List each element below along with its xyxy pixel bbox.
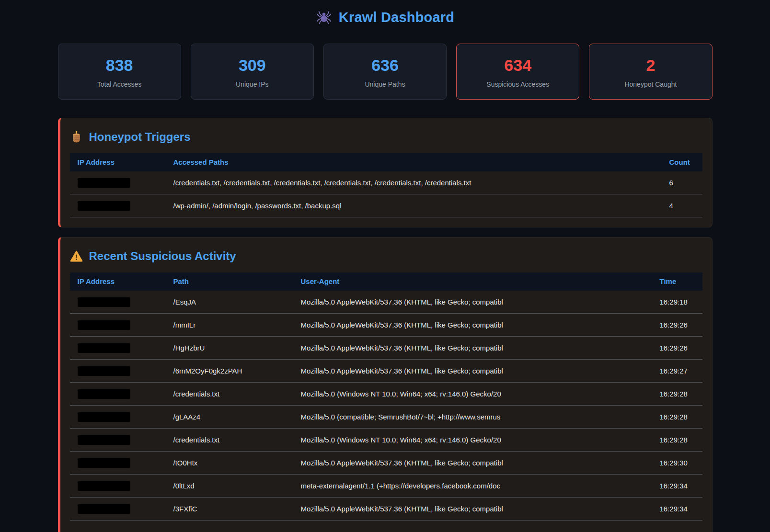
col-header-ip: IP Address xyxy=(70,272,166,291)
redacted-ip xyxy=(78,412,130,422)
redacted-ip xyxy=(78,320,130,330)
path-cell: /6mM2OyF0gk2zPAH xyxy=(166,360,293,383)
path-cell: /mmILr xyxy=(166,314,293,337)
ip-cell xyxy=(70,337,166,360)
honeypot-table-row: /credentials.txt, /credentials.txt, /cre… xyxy=(70,171,702,194)
time-cell: 16:29:28 xyxy=(652,383,702,406)
ip-cell xyxy=(70,314,166,337)
col-header-paths: Accessed Paths xyxy=(166,153,662,171)
stat-card: 838 Total Accesses xyxy=(58,44,181,100)
ip-cell xyxy=(70,291,166,314)
user-agent-cell: Mozilla/5.0 (Windows NT 10.0; Win64; x64… xyxy=(293,429,652,452)
col-header-ip: IP Address xyxy=(70,153,166,171)
stat-value: 636 xyxy=(329,54,441,76)
col-header-time: Time xyxy=(652,272,702,291)
redacted-ip xyxy=(78,201,130,211)
path-cell: /3FXfiC xyxy=(166,498,293,521)
count-cell: 6 xyxy=(662,171,702,194)
redacted-ip xyxy=(78,366,130,376)
time-cell: 16:29:28 xyxy=(652,406,702,429)
suspicious-panel-title: Recent Suspicious Activity xyxy=(70,249,702,263)
ip-cell xyxy=(70,475,166,498)
ip-cell xyxy=(70,406,166,429)
stat-label: Suspicious Accesses xyxy=(461,80,574,89)
stat-card: 634 Suspicious Accesses xyxy=(456,44,579,100)
page-title: Krawl Dashboard xyxy=(58,7,713,28)
honeypot-table: IP Address Accessed Paths Count /credent… xyxy=(70,153,702,217)
warning-icon xyxy=(70,250,83,263)
honeypot-panel: Honeypot Triggers IP Address Accessed Pa… xyxy=(58,118,713,227)
path-cell: /tO0Htx xyxy=(166,452,293,475)
suspicious-table-row: /0ltLxd meta-externalagent/1.1 (+https:/… xyxy=(70,475,702,498)
user-agent-cell: Mozilla/5.0 AppleWebKit/537.36 (KHTML, l… xyxy=(293,314,652,337)
stat-value: 309 xyxy=(196,54,309,76)
stat-value: 838 xyxy=(63,54,176,76)
stat-value: 634 xyxy=(461,54,574,76)
stat-card: 309 Unique IPs xyxy=(191,44,314,100)
time-cell: 16:29:26 xyxy=(652,314,702,337)
paths-cell: /wp-admin/, /admin/login, /passwords.txt… xyxy=(166,194,662,217)
suspicious-table-row: /3FXfiC Mozilla/5.0 AppleWebKit/537.36 (… xyxy=(70,498,702,521)
time-cell: 16:29:34 xyxy=(652,475,702,498)
stat-label: Unique Paths xyxy=(329,80,441,89)
time-cell: 16:29:18 xyxy=(652,291,702,314)
redacted-ip xyxy=(78,481,130,491)
ip-cell xyxy=(70,498,166,521)
time-cell: 16:29:30 xyxy=(652,452,702,475)
redacted-ip xyxy=(78,389,130,399)
col-header-user-agent: User-Agent xyxy=(293,272,652,291)
redacted-ip xyxy=(78,178,130,188)
redacted-ip xyxy=(78,297,130,307)
path-cell: /HgHzbrU xyxy=(166,337,293,360)
user-agent-cell: Mozilla/5.0 AppleWebKit/537.36 (KHTML, l… xyxy=(293,452,652,475)
ip-cell xyxy=(70,429,166,452)
stat-label: Unique IPs xyxy=(196,80,309,89)
suspicious-table-row: /credentials.txt Mozilla/5.0 (Windows NT… xyxy=(70,383,702,406)
stats-row: 838 Total Accesses 309 Unique IPs 636 Un… xyxy=(58,44,713,100)
time-cell: 16:29:28 xyxy=(652,429,702,452)
ip-cell xyxy=(70,171,166,194)
suspicious-table-row: /HgHzbrU Mozilla/5.0 AppleWebKit/537.36 … xyxy=(70,337,702,360)
honeypot-panel-title: Honeypot Triggers xyxy=(70,130,702,144)
suspicious-table: IP Address Path User-Agent Time /EsqJA M… xyxy=(70,272,702,521)
redacted-ip xyxy=(78,435,130,445)
ip-cell xyxy=(70,194,166,217)
ip-cell xyxy=(70,452,166,475)
suspicious-table-row: /6mM2OyF0gk2zPAH Mozilla/5.0 AppleWebKit… xyxy=(70,360,702,383)
path-cell: /EsqJA xyxy=(166,291,293,314)
path-cell: /0ltLxd xyxy=(166,475,293,498)
honeypot-icon xyxy=(70,131,83,144)
col-header-path: Path xyxy=(166,272,293,291)
user-agent-cell: Mozilla/5.0 (Windows NT 10.0; Win64; x64… xyxy=(293,383,652,406)
ip-cell xyxy=(70,383,166,406)
app-title: Krawl Dashboard xyxy=(339,10,455,25)
ip-cell xyxy=(70,360,166,383)
redacted-ip xyxy=(78,504,130,514)
suspicious-panel: Recent Suspicious Activity IP Address Pa… xyxy=(58,237,713,532)
suspicious-table-row: /tO0Htx Mozilla/5.0 AppleWebKit/537.36 (… xyxy=(70,452,702,475)
stat-label: Total Accesses xyxy=(63,80,176,89)
time-cell: 16:29:26 xyxy=(652,337,702,360)
stat-value: 2 xyxy=(594,54,707,76)
suspicious-table-row: /EsqJA Mozilla/5.0 AppleWebKit/537.36 (K… xyxy=(70,291,702,314)
path-cell: /gLAAz4 xyxy=(166,406,293,429)
paths-cell: /credentials.txt, /credentials.txt, /cre… xyxy=(166,171,662,194)
stat-label: Honeypot Caught xyxy=(594,80,707,89)
user-agent-cell: Mozilla/5.0 AppleWebKit/537.36 (KHTML, l… xyxy=(293,291,652,314)
suspicious-table-row: /mmILr Mozilla/5.0 AppleWebKit/537.36 (K… xyxy=(70,314,702,337)
honeypot-table-header: IP Address Accessed Paths Count xyxy=(70,153,702,171)
user-agent-cell: meta-externalagent/1.1 (+https://develop… xyxy=(293,475,652,498)
stat-card: 636 Unique Paths xyxy=(323,44,447,100)
user-agent-cell: Mozilla/5.0 AppleWebKit/537.36 (KHTML, l… xyxy=(293,360,652,383)
path-cell: /credentials.txt xyxy=(166,383,293,406)
user-agent-cell: Mozilla/5.0 (compatible; SemrushBot/7~bl… xyxy=(293,406,652,429)
redacted-ip xyxy=(78,458,130,468)
suspicious-table-row: /gLAAz4 Mozilla/5.0 (compatible; Semrush… xyxy=(70,406,702,429)
suspicious-table-row: /credentials.txt Mozilla/5.0 (Windows NT… xyxy=(70,429,702,452)
count-cell: 4 xyxy=(662,194,702,217)
path-cell: /credentials.txt xyxy=(166,429,293,452)
time-cell: 16:29:34 xyxy=(652,498,702,521)
suspicious-table-header: IP Address Path User-Agent Time xyxy=(70,272,702,291)
dashboard-container: Krawl Dashboard 838 Total Accesses 309 U… xyxy=(58,7,713,532)
suspicious-title: Recent Suspicious Activity xyxy=(89,249,236,263)
